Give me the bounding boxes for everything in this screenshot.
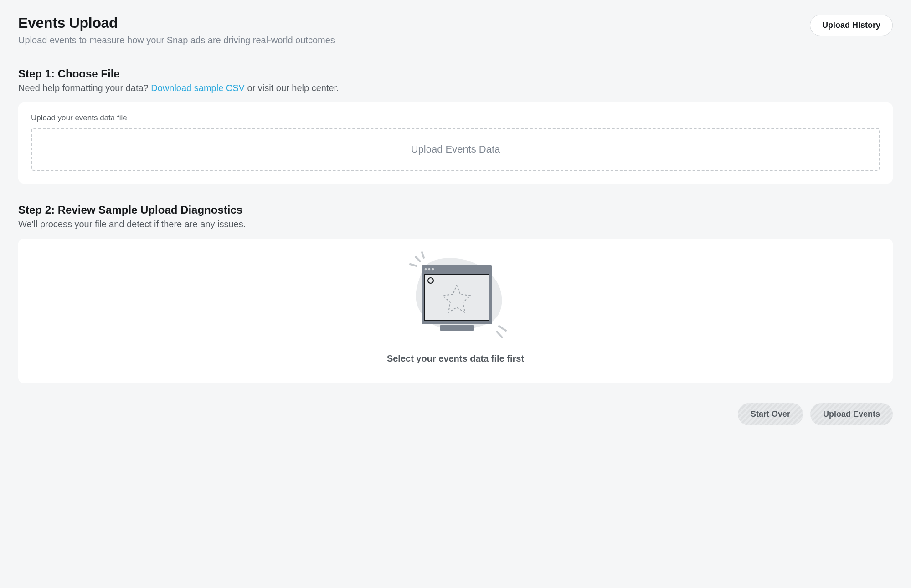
upload-history-button[interactable]: Upload History: [810, 15, 893, 36]
header-text-block: Events Upload Upload events to measure h…: [18, 15, 335, 46]
empty-state-illustration-svg: [396, 249, 515, 344]
upload-card: Upload your events data file Upload Even…: [18, 102, 893, 184]
page-title: Events Upload: [18, 15, 335, 31]
svg-line-3: [499, 326, 506, 331]
events-upload-page: Events Upload Upload events to measure h…: [0, 0, 911, 588]
dropzone-label: Upload Events Data: [411, 143, 500, 155]
step-1-subtitle: Need help formatting your data? Download…: [18, 83, 893, 93]
step-2-title: Step 2: Review Sample Upload Diagnostics: [18, 204, 893, 216]
svg-point-7: [424, 268, 427, 271]
empty-state-label: Select your events data file first: [387, 353, 524, 364]
step-1-block: Step 1: Choose File Need help formatting…: [18, 67, 893, 184]
step-2-subtitle: We'll process your file and detect if th…: [18, 219, 893, 230]
svg-line-1: [410, 264, 417, 266]
svg-rect-10: [425, 274, 489, 321]
empty-state-illustration: [396, 249, 515, 344]
start-over-button[interactable]: Start Over: [738, 403, 803, 425]
footer-actions: Start Over Upload Events: [18, 403, 893, 425]
svg-rect-12: [440, 325, 474, 331]
step-1-title: Step 1: Choose File: [18, 67, 893, 80]
svg-point-9: [432, 268, 434, 271]
svg-line-4: [497, 332, 502, 337]
diagnostics-card: Select your events data file first: [18, 239, 893, 383]
page-subtitle: Upload events to measure how your Snap a…: [18, 35, 335, 46]
svg-line-2: [422, 252, 424, 258]
svg-point-8: [428, 268, 430, 271]
svg-line-0: [416, 257, 420, 261]
page-header: Events Upload Upload events to measure h…: [18, 15, 893, 46]
step-1-subtitle-prefix: Need help formatting your data?: [18, 83, 151, 93]
upload-events-button[interactable]: Upload Events: [810, 403, 893, 425]
upload-card-label: Upload your events data file: [31, 113, 880, 123]
step-2-block: Step 2: Review Sample Upload Diagnostics…: [18, 204, 893, 383]
upload-dropzone[interactable]: Upload Events Data: [31, 128, 880, 171]
step-1-subtitle-suffix: or visit our help center.: [245, 83, 339, 93]
download-sample-csv-link[interactable]: Download sample CSV: [151, 83, 245, 93]
